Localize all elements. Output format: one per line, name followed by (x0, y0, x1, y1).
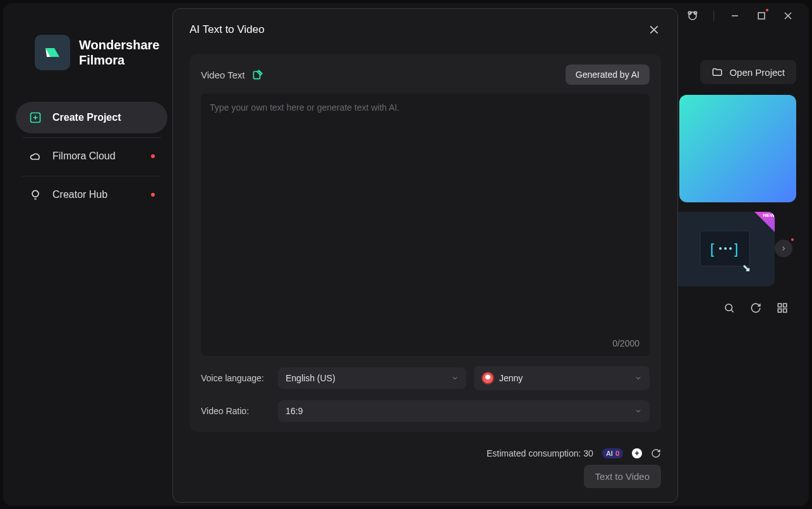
brand-logo (35, 35, 70, 70)
svg-point-17 (719, 247, 722, 250)
modal-title: AI Text to Video (190, 23, 264, 36)
sidebar-item-creator-hub[interactable]: Creator Hub (16, 179, 167, 211)
brand-line2: Filmora (79, 52, 159, 68)
svg-line-21 (731, 310, 734, 312)
svg-rect-22 (778, 304, 781, 307)
folder-icon (712, 66, 723, 78)
chevron-down-icon (451, 374, 459, 382)
window-frame: Wondershare Filmora Create Project Filmo… (3, 3, 809, 506)
text-to-video-label: Text to Video (595, 471, 650, 482)
svg-point-19 (729, 247, 732, 250)
maximize-icon[interactable] (756, 10, 767, 21)
bulb-icon (28, 188, 42, 202)
voice-language-row: Voice language: English (US) Jenny (201, 366, 650, 390)
minimize-icon[interactable] (729, 10, 741, 21)
sidebar-item-filmora-cloud[interactable]: Filmora Cloud (16, 140, 167, 172)
refresh-icon[interactable] (651, 448, 661, 458)
video-ratio-select[interactable]: 16:9 (278, 400, 650, 422)
modal-footer: Estimated consumption: 30 AI 0 + (190, 448, 661, 458)
video-text-panel: Video Text Generated by AI 0/2000 Voice … (190, 54, 661, 432)
svg-text:[: [ (710, 241, 714, 257)
close-window-icon[interactable] (782, 10, 794, 21)
tool-icons (723, 302, 789, 314)
estimated-consumption: Estimated consumption: 30 (487, 448, 593, 458)
sidebar-separator (22, 176, 161, 176)
svg-point-18 (724, 247, 727, 250)
template-card[interactable]: NEW [ ] (674, 212, 775, 286)
chevron-down-icon (634, 407, 642, 415)
voice-language-value: English (US) (286, 373, 336, 383)
brand: Wondershare Filmora (16, 35, 167, 70)
svg-rect-4 (758, 13, 765, 19)
notification-dot (151, 193, 155, 197)
add-credits-icon[interactable]: + (632, 448, 642, 458)
search-icon[interactable] (723, 302, 736, 314)
svg-rect-25 (784, 309, 787, 312)
svg-text:]: ] (734, 241, 738, 257)
voice-select[interactable]: Jenny (474, 366, 650, 390)
sidebar-item-label: Filmora Cloud (52, 150, 116, 162)
est-label: Estimated consumption: (487, 448, 581, 458)
brand-text: Wondershare Filmora (79, 37, 159, 68)
voice-name: Jenny (499, 373, 523, 383)
modal-footer-actions: Text to Video (190, 465, 661, 488)
svg-point-0 (689, 12, 696, 20)
cloud-icon (28, 149, 42, 163)
open-project-label: Open Project (729, 67, 785, 78)
template-thumb-graphic: [ ] (674, 212, 775, 286)
notification-dot (791, 238, 794, 241)
video-text-input[interactable] (210, 102, 641, 347)
notification-dot (151, 154, 155, 158)
titlebar (687, 3, 809, 28)
panda-icon[interactable] (687, 10, 698, 21)
next-arrow-button[interactable] (775, 240, 792, 257)
svg-rect-23 (784, 304, 787, 307)
sidebar-item-create-project[interactable]: Create Project (16, 102, 167, 133)
panel-header-left: Video Text (201, 68, 264, 81)
notification-dot (766, 9, 768, 11)
sidebar-separator (22, 137, 161, 138)
sidebar: Wondershare Filmora Create Project Filmo… (3, 3, 180, 506)
edit-icon (251, 68, 264, 81)
svg-rect-28 (253, 71, 260, 79)
sidebar-item-label: Create Project (52, 112, 121, 123)
refresh-icon[interactable] (749, 302, 762, 314)
svg-point-20 (725, 304, 732, 311)
generated-by-ai-button[interactable]: Generated by AI (566, 64, 650, 85)
chevron-down-icon (634, 374, 642, 382)
ai-badge-text: AI (606, 450, 613, 457)
generated-by-ai-label: Generated by AI (576, 70, 639, 80)
gradient-preview-card[interactable] (679, 95, 796, 202)
svg-point-12 (32, 190, 39, 197)
open-project-button[interactable]: Open Project (700, 60, 796, 84)
sidebar-item-label: Creator Hub (52, 189, 107, 200)
voice-language-select[interactable]: English (US) (278, 367, 466, 389)
titlebar-separator (713, 10, 714, 21)
ai-credits-badge[interactable]: AI 0 (602, 448, 623, 458)
video-ratio-row: Video Ratio: 16:9 (201, 400, 650, 422)
textarea-wrap: 0/2000 (201, 94, 650, 356)
grid-icon[interactable] (776, 302, 789, 314)
video-ratio-label: Video Ratio: (201, 406, 270, 416)
video-text-label: Video Text (201, 70, 245, 80)
plus-square-icon (28, 111, 42, 125)
est-value: 30 (583, 448, 593, 458)
modal-header: AI Text to Video (190, 23, 661, 37)
close-icon[interactable] (647, 23, 661, 37)
text-to-video-button[interactable]: Text to Video (584, 465, 661, 488)
ai-credits-count: 0 (615, 450, 619, 457)
voice-avatar-icon (482, 372, 494, 384)
char-counter: 0/2000 (612, 338, 639, 348)
panel-header: Video Text Generated by AI (201, 64, 650, 85)
ai-text-to-video-modal: AI Text to Video Video Text Generated by… (173, 8, 678, 503)
video-ratio-value: 16:9 (286, 406, 303, 416)
voice-language-label: Voice language: (201, 373, 270, 383)
brand-line1: Wondershare (79, 37, 159, 52)
svg-rect-24 (778, 309, 781, 312)
